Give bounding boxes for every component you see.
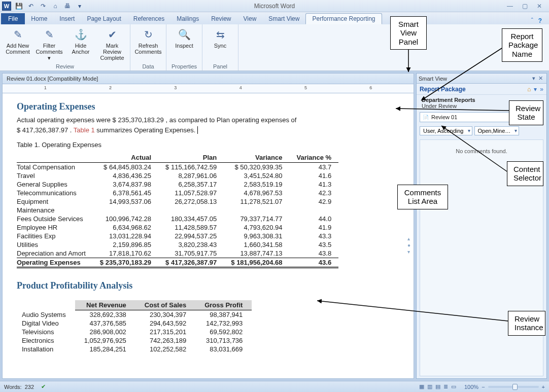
- zoom-slider[interactable]: [488, 386, 539, 388]
- tab-review[interactable]: Review: [205, 13, 237, 24]
- tab-view[interactable]: View: [237, 13, 263, 24]
- callout-smart-view-panel: Smart View Panel: [390, 16, 427, 50]
- filter-comments-button[interactable]: ✎FilterComments ▾: [35, 26, 64, 61]
- table-row: Digital Video437,376,585294,643,592142,7…: [17, 319, 252, 328]
- ribbon-group-label: Data: [133, 62, 163, 69]
- scroll-indicators[interactable]: ▴●▾: [407, 236, 413, 255]
- redo-icon[interactable]: ↷: [39, 2, 48, 11]
- tab-references[interactable]: References: [127, 13, 170, 24]
- ribbon-group-panel: ⇆SyncPanel: [202, 24, 238, 70]
- spellcheck-icon[interactable]: ✔: [41, 383, 46, 390]
- ruler[interactable]: 123456: [2, 84, 414, 93]
- print-icon[interactable]: 🖶: [63, 2, 72, 11]
- view-full-screen-icon[interactable]: ▥: [427, 383, 432, 390]
- review-instance-icon: 📄: [422, 114, 429, 121]
- title-bar: W 💾 ↶ ↷ ⌂ 🖶 ▾ Microsoft Word — ▢ ✕: [0, 0, 549, 12]
- ribbon-group-review: ✎Add NewComment✎FilterComments ▾⚓HideAnc…: [0, 24, 130, 70]
- ribbon: ✎Add NewComment✎FilterComments ▾⚓HideAnc…: [0, 24, 549, 71]
- table-header: Actual: [93, 153, 158, 163]
- filter-comments-icon: ✎: [41, 27, 57, 42]
- help-icon[interactable]: ?: [538, 17, 542, 24]
- no-comments-text: No comments found.: [456, 148, 507, 154]
- zoom-out-icon[interactable]: −: [482, 384, 485, 390]
- hide-anchor-button[interactable]: ⚓HideAnchor: [66, 26, 95, 55]
- zoom-level: 100%: [464, 384, 478, 390]
- tab-page-layout[interactable]: Page Layout: [81, 13, 127, 24]
- table-header: [17, 300, 75, 310]
- zoom-in-icon[interactable]: +: [542, 384, 545, 390]
- close-icon[interactable]: ✕: [537, 3, 542, 10]
- view-print-layout-icon[interactable]: ▦: [419, 383, 424, 390]
- tab-insert[interactable]: Insert: [53, 13, 81, 24]
- callout-report-package-name: Report Package Name: [502, 28, 542, 62]
- add-new-comment-button[interactable]: ✎Add NewComment: [3, 26, 32, 55]
- undo-icon[interactable]: ↶: [26, 2, 36, 11]
- table-row: Telecommunications6,378,561.4511,057,528…: [17, 189, 338, 197]
- table-caption: Table 1. Operating Expenses: [17, 141, 399, 149]
- save-icon[interactable]: 💾: [14, 2, 23, 11]
- words-label: Words:: [4, 384, 22, 390]
- tab-file[interactable]: File: [1, 13, 25, 24]
- sync-icon: ⇆: [212, 27, 228, 42]
- ribbon-group-label: Properties: [169, 62, 199, 69]
- sync-button[interactable]: ⇆Sync: [205, 26, 235, 49]
- minimize-icon[interactable]: —: [507, 3, 513, 10]
- table-header: Net Revenue: [75, 300, 135, 310]
- panel-close-icon[interactable]: ✕: [537, 75, 544, 82]
- callout-comments-list-area: Comments List Area: [397, 185, 448, 209]
- document-subtitle-bar: Review 01.docx [Compatibility Mode]: [2, 73, 414, 84]
- table-row: Total Compensation$ 64,845,803.24$ 115,1…: [17, 163, 338, 172]
- table-header: Variance: [224, 153, 289, 163]
- document-area: Review 01.docx [Compatibility Mode] 1234…: [0, 71, 416, 381]
- smart-view-panel-header: Smart View ▾ ✕: [417, 74, 546, 84]
- table-header: Gross Profit: [195, 300, 252, 310]
- table-row: Installation185,284,251102,252,58283,031…: [17, 345, 252, 353]
- nav-forward-icon[interactable]: »: [540, 86, 543, 93]
- qat-dropdown-icon[interactable]: ▾: [75, 2, 84, 11]
- ribbon-group-label: Review: [3, 62, 127, 69]
- body-paragraph: Actual operating expenses were $ 235,370…: [17, 115, 399, 135]
- table-row: Utilities2,159,896.853,820,238.431,660,3…: [17, 240, 338, 249]
- view-draft-icon[interactable]: ▭: [451, 383, 456, 390]
- table-header: Cost of Sales: [135, 300, 195, 310]
- report-package-label: Report Package: [420, 86, 466, 93]
- table-header: Variance %: [290, 153, 339, 163]
- panel-menu-icon[interactable]: ▾: [531, 75, 537, 82]
- tab-performance-reporting[interactable]: Performance Reporting: [305, 13, 382, 24]
- callout-review-state: Review State: [509, 100, 543, 125]
- hide-anchor-icon: ⚓: [73, 27, 89, 42]
- tab-home[interactable]: Home: [25, 13, 53, 24]
- table-total-row: Operating Expenses$ 235,370,183.29$ 417,…: [17, 258, 338, 268]
- table-row: Electronics1,052,976,925742,263,189310,7…: [17, 336, 252, 345]
- table-header: [17, 153, 93, 163]
- window-controls: — ▢ ✕: [507, 3, 549, 10]
- table-reference: Table 1: [74, 126, 95, 134]
- callout-content-selector: Content Selector: [507, 161, 543, 186]
- word-app-icon: W: [2, 2, 11, 11]
- view-web-icon[interactable]: ▤: [435, 383, 440, 390]
- tab-smart-view[interactable]: Smart View: [262, 13, 305, 24]
- table-row: General Supplies3,674,837.986,258,357.17…: [17, 180, 338, 189]
- document-page[interactable]: Operating Expenses Actual operating expe…: [2, 93, 414, 379]
- home-qat-icon[interactable]: ⌂: [51, 2, 60, 11]
- nav-dropdown-icon[interactable]: ▾: [534, 86, 537, 93]
- ribbon-tabbar: File HomeInsertPage LayoutReferencesMail…: [0, 12, 549, 24]
- table-row: Televisions286,908,002217,315,20169,592,…: [17, 328, 252, 336]
- inspect-icon: 🔍: [176, 27, 192, 42]
- sort-filter[interactable]: User, Ascending: [420, 126, 472, 135]
- table-row: Depreciation and Amort17,818,170.6231,70…: [17, 249, 338, 258]
- ribbon-minimize-icon[interactable]: ˆ: [531, 17, 533, 24]
- maximize-icon[interactable]: ▢: [522, 3, 528, 10]
- home-icon[interactable]: ⌂: [527, 86, 531, 93]
- status-bar: Words: 232 ✔ ▦ ▥ ▤ ≣ ▭ 100% − +: [0, 381, 549, 392]
- inspect-button[interactable]: 🔍Inspect: [169, 26, 199, 49]
- refresh-comments-button[interactable]: ↻RefreshComments: [133, 26, 163, 55]
- view-outline-icon[interactable]: ≣: [443, 383, 448, 390]
- ribbon-group-properties: 🔍InspectProperties: [166, 24, 202, 70]
- status-filter[interactable]: Open,Mine…: [474, 126, 520, 135]
- words-count: 232: [25, 384, 34, 390]
- heading-product-profitability: Product Profitability Analysis: [17, 280, 399, 291]
- quick-access-toolbar: W 💾 ↶ ↷ ⌂ 🖶 ▾: [0, 2, 84, 11]
- tab-mailings[interactable]: Mailings: [170, 13, 205, 24]
- mark-review-complete-button[interactable]: ✔Mark ReviewComplete: [97, 26, 127, 61]
